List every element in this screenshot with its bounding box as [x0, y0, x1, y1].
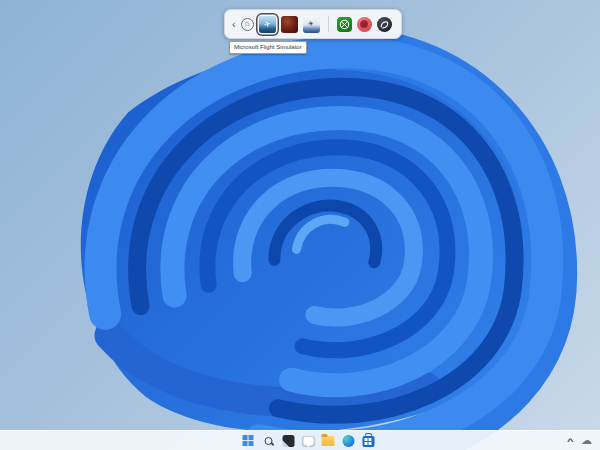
- folder-icon: [322, 436, 335, 446]
- edge-button[interactable]: [342, 434, 355, 447]
- edge-icon: [342, 435, 354, 447]
- start-button[interactable]: [242, 434, 255, 447]
- store-button[interactable]: [362, 434, 375, 447]
- home-icon: ⌂: [245, 20, 250, 28]
- toolbar-divider: [328, 16, 329, 32]
- chat-button[interactable]: [302, 434, 315, 447]
- app-tile-flight-game-boxart[interactable]: ✈: [303, 16, 320, 33]
- app-toolbar: ‹ ⌂ ✈ ✈: [224, 9, 402, 39]
- dark-app-button[interactable]: [282, 434, 295, 447]
- onedrive-cloud-icon[interactable]: ☁: [581, 435, 592, 446]
- plane-icon: ✈: [307, 19, 314, 28]
- app-tile-dark-red-game[interactable]: [281, 16, 298, 33]
- xbox-icon[interactable]: [337, 17, 352, 32]
- search-button[interactable]: [262, 434, 275, 447]
- taskbar: ^ ☁: [0, 430, 600, 450]
- dark-app-icon: [282, 435, 294, 447]
- swoosh-glyph: [379, 19, 390, 30]
- xbox-sphere-glyph: [339, 19, 350, 30]
- dark-game-service-icon[interactable]: [377, 17, 392, 32]
- chat-icon: [302, 436, 314, 446]
- desktop: ‹ ⌂ ✈ ✈ Microsoft Flight Simulator: [0, 0, 600, 450]
- store-icon: [362, 436, 374, 447]
- taskbar-center: [242, 431, 375, 450]
- tooltip: Microsoft Flight Simulator: [229, 41, 307, 54]
- home-button[interactable]: ⌂: [241, 18, 254, 31]
- file-explorer-button[interactable]: [322, 434, 335, 447]
- plane-icon: ✈: [263, 19, 272, 29]
- chevron-left-icon[interactable]: ‹: [232, 19, 236, 30]
- wallpaper-bloom: [0, 0, 600, 450]
- system-tray: ^ ☁: [568, 431, 592, 450]
- search-icon: [264, 437, 272, 445]
- red-game-service-icon[interactable]: [357, 17, 372, 32]
- show-hidden-icons-chevron[interactable]: ^: [567, 438, 574, 446]
- app-tile-microsoft-flight-simulator[interactable]: ✈: [259, 16, 276, 33]
- windows-logo-icon: [243, 435, 254, 446]
